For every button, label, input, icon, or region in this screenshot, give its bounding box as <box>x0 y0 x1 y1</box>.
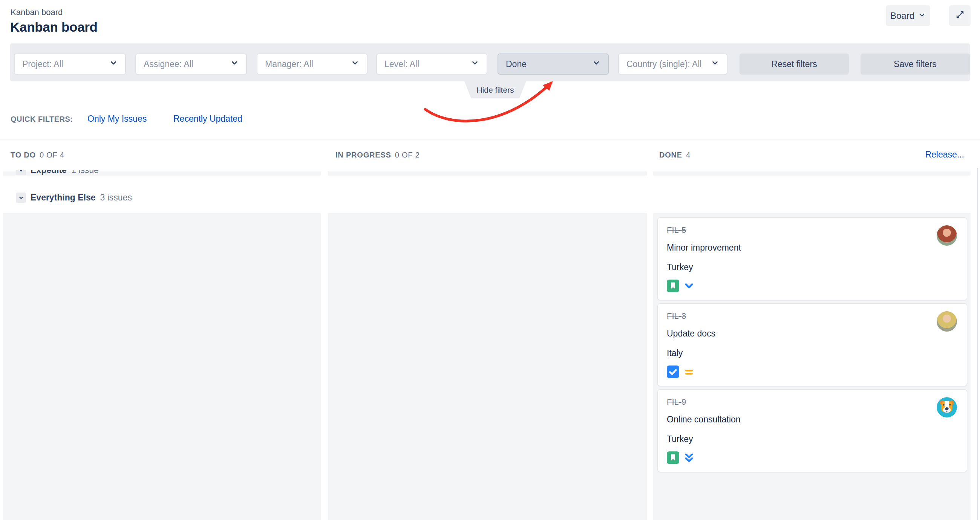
issue-title: Minor improvement <box>667 243 958 253</box>
save-filters-button[interactable]: Save filters <box>861 54 970 75</box>
collapse-swimlane-button[interactable] <box>16 192 26 203</box>
board-scrollbar-track[interactable] <box>977 168 978 520</box>
breadcrumb[interactable]: Kanban board <box>11 8 62 17</box>
board-menu-label: Board <box>890 11 915 21</box>
swimlane-everything-else: Everything Else 3 issues <box>10 192 349 203</box>
priority-low-icon <box>683 280 695 293</box>
issue-card[interactable]: FIL-3 Update docs Italy <box>657 303 967 386</box>
column-header-done: DONE4 <box>659 151 690 159</box>
manager-filter-label: Manager: All <box>265 59 313 69</box>
chevron-down-icon <box>109 59 118 69</box>
column-done: FIL-5 Minor improvement Turkey FIL-3 Upd… <box>653 213 970 520</box>
filter-bar: Project: All Assignee: All Manager: All … <box>10 43 970 81</box>
issue-card[interactable]: FIL-5 Minor improvement Turkey <box>657 218 967 300</box>
issue-key[interactable]: FIL-5 <box>667 225 958 235</box>
manager-filter-select[interactable]: Manager: All <box>257 54 368 75</box>
swimlane-name: Expedite <box>30 170 67 175</box>
chevron-down-icon <box>711 59 719 69</box>
issue-card[interactable]: FIL-9 Online consultation Turkey <box>657 389 967 472</box>
level-filter-select[interactable]: Level: All <box>376 54 487 75</box>
column-count: 0 OF 2 <box>395 151 420 159</box>
issue-key[interactable]: FIL-9 <box>667 397 958 407</box>
chevron-down-icon <box>918 11 926 21</box>
status-filter-select[interactable]: Done <box>498 54 609 75</box>
chevron-down-icon <box>471 59 479 69</box>
column-todo[interactable] <box>3 213 321 520</box>
level-filter-label: Level: All <box>385 59 419 69</box>
swimlane-expedite: Expedite 1 issue <box>10 170 274 177</box>
swimlane-count: 1 issue <box>71 170 99 175</box>
assignee-avatar[interactable] <box>937 311 957 332</box>
quick-filters-label: QUICK FILTERS: <box>11 115 73 124</box>
reset-filters-button[interactable]: Reset filters <box>740 54 849 75</box>
hide-filters-tab[interactable]: Hide filters <box>465 81 526 99</box>
expedite-column-strip <box>653 172 970 176</box>
board-menu-button[interactable]: Board <box>886 5 930 26</box>
chevron-down-icon <box>230 59 239 69</box>
status-filter-value: Done <box>506 59 527 69</box>
column-in-progress[interactable] <box>328 213 647 520</box>
chevron-down-icon <box>592 59 600 69</box>
issue-label: Turkey <box>667 434 958 444</box>
issue-label: Italy <box>667 348 958 358</box>
priority-lowest-icon <box>683 452 695 465</box>
swimlane-name: Everything Else <box>30 192 96 203</box>
assignee-avatar[interactable] <box>937 225 957 246</box>
release-link[interactable]: Release... <box>925 149 964 160</box>
project-filter-label: Project: All <box>22 59 63 69</box>
column-header-in-progress: IN PROGRESS0 OF 2 <box>336 151 420 159</box>
country-filter-select[interactable]: Country (single): All <box>618 54 727 75</box>
quick-filter-only-my-issues[interactable]: Only My Issues <box>88 114 146 124</box>
issue-title: Update docs <box>667 329 958 339</box>
column-name: IN PROGRESS <box>336 151 391 159</box>
assignee-filter-label: Assignee: All <box>143 59 193 69</box>
quick-filter-recently-updated[interactable]: Recently Updated <box>173 114 242 124</box>
issue-title: Online consultation <box>667 415 958 425</box>
story-icon <box>667 280 679 294</box>
expedite-column-strip <box>328 172 647 176</box>
fullscreen-button[interactable] <box>949 5 970 26</box>
chevron-down-icon <box>351 59 359 69</box>
issue-label: Turkey <box>667 262 958 272</box>
column-header-todo: TO DO0 OF 4 <box>11 151 64 159</box>
expand-icon <box>955 10 965 22</box>
dog-avatar-icon <box>937 397 957 418</box>
task-icon <box>667 366 679 380</box>
issue-key[interactable]: FIL-3 <box>667 311 958 321</box>
assignee-filter-select[interactable]: Assignee: All <box>135 54 247 75</box>
country-filter-label: Country (single): All <box>627 59 702 69</box>
page-title: Kanban board <box>10 20 98 35</box>
column-count: 0 OF 4 <box>40 151 64 159</box>
column-count: 4 <box>686 151 690 159</box>
column-name: DONE <box>659 151 682 159</box>
board-divider <box>0 139 980 140</box>
story-icon <box>667 452 679 465</box>
priority-medium-icon <box>683 366 695 379</box>
collapse-swimlane-button[interactable] <box>16 170 26 175</box>
done-card-stack: FIL-5 Minor improvement Turkey FIL-3 Upd… <box>657 218 967 472</box>
assignee-avatar[interactable] <box>937 397 957 418</box>
column-name: TO DO <box>11 151 36 159</box>
kanban-board-page: Kanban board Kanban board Board Project:… <box>0 0 980 520</box>
swimlane-count: 3 issues <box>100 192 132 203</box>
project-filter-select[interactable]: Project: All <box>14 54 126 75</box>
